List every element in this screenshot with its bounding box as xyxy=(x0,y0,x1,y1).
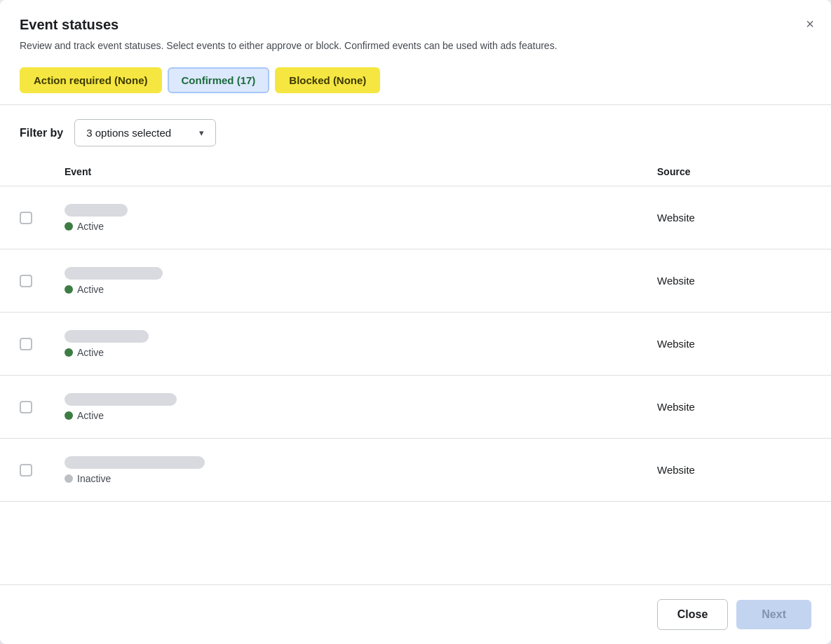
source-cell-5: Website xyxy=(657,464,811,476)
modal-header: Event statuses Review and track event st… xyxy=(0,0,831,53)
source-cell-1: Website xyxy=(657,212,811,224)
checkbox-cell-3 xyxy=(20,338,65,350)
modal-subtitle: Review and track event statuses. Select … xyxy=(20,39,651,53)
event-name-placeholder-5 xyxy=(65,456,205,469)
table-container: Event Source Active Website xyxy=(0,158,831,584)
status-row-5: Inactive xyxy=(65,473,657,484)
event-cell-1: Active xyxy=(65,194,657,242)
event-statuses-modal: Event statuses Review and track event st… xyxy=(0,0,831,644)
checkbox-cell-5 xyxy=(20,464,65,477)
event-cell-4: Active xyxy=(65,383,657,431)
next-button[interactable]: Next xyxy=(736,600,811,629)
event-cell-2: Active xyxy=(65,257,657,305)
active-status-dot-2 xyxy=(65,285,73,294)
event-name-placeholder-4 xyxy=(65,393,177,406)
table-row: Active Website xyxy=(0,313,831,376)
status-row-4: Active xyxy=(65,410,657,421)
checkbox-cell-4 xyxy=(20,401,65,413)
tab-confirmed[interactable]: Confirmed (17) xyxy=(168,67,270,93)
row-checkbox-4[interactable] xyxy=(20,401,32,413)
modal-footer: Close Next xyxy=(0,584,831,644)
row-checkbox-3[interactable] xyxy=(20,338,32,350)
table-row: Active Website xyxy=(0,249,831,313)
row-checkbox-5[interactable] xyxy=(20,464,32,477)
filter-row: Filter by 3 options selected ▾ xyxy=(0,105,831,158)
status-label-4: Active xyxy=(77,410,104,421)
status-label-5: Inactive xyxy=(77,473,111,484)
table-row: Active Website xyxy=(0,376,831,439)
tab-blocked[interactable]: Blocked (None) xyxy=(275,67,380,93)
status-label-1: Active xyxy=(77,221,104,232)
active-status-dot-1 xyxy=(65,222,73,231)
active-status-dot-4 xyxy=(65,411,73,420)
source-cell-3: Website xyxy=(657,338,811,350)
filter-select-dropdown[interactable]: 3 options selected ▾ xyxy=(74,119,216,146)
table-header-row: Event Source xyxy=(0,158,831,186)
event-cell-3: Active xyxy=(65,320,657,368)
chevron-down-icon: ▾ xyxy=(199,128,204,138)
close-button[interactable]: Close xyxy=(657,599,729,630)
table-row: Inactive Website xyxy=(0,439,831,502)
inactive-status-dot-5 xyxy=(65,474,73,483)
status-label-2: Active xyxy=(77,284,104,295)
row-checkbox-1[interactable] xyxy=(20,212,32,224)
source-cell-2: Website xyxy=(657,275,811,287)
tabs-row: Action required (None) Confirmed (17) Bl… xyxy=(0,53,831,93)
col-header-source: Source xyxy=(657,158,811,186)
modal-title: Event statuses xyxy=(20,17,811,33)
event-name-placeholder-2 xyxy=(65,267,163,280)
active-status-dot-3 xyxy=(65,348,73,357)
event-name-placeholder-1 xyxy=(65,204,128,217)
checkbox-cell-1 xyxy=(20,212,65,224)
checkbox-cell-2 xyxy=(20,275,65,287)
event-cell-5: Inactive xyxy=(65,446,657,494)
status-label-3: Active xyxy=(77,347,104,358)
status-row-1: Active xyxy=(65,221,657,232)
source-cell-4: Website xyxy=(657,401,811,413)
event-name-placeholder-3 xyxy=(65,330,149,343)
status-row-2: Active xyxy=(65,284,657,295)
col-header-checkbox xyxy=(20,158,65,186)
tab-action-required[interactable]: Action required (None) xyxy=(20,67,162,93)
close-icon-button[interactable]: × xyxy=(803,14,817,34)
table-body: Active Website Active Website xyxy=(0,186,831,502)
status-row-3: Active xyxy=(65,347,657,358)
table-row: Active Website xyxy=(0,186,831,249)
filter-label: Filter by xyxy=(20,127,63,139)
row-checkbox-2[interactable] xyxy=(20,275,32,287)
filter-select-value: 3 options selected xyxy=(86,127,171,139)
col-header-event: Event xyxy=(65,158,657,186)
